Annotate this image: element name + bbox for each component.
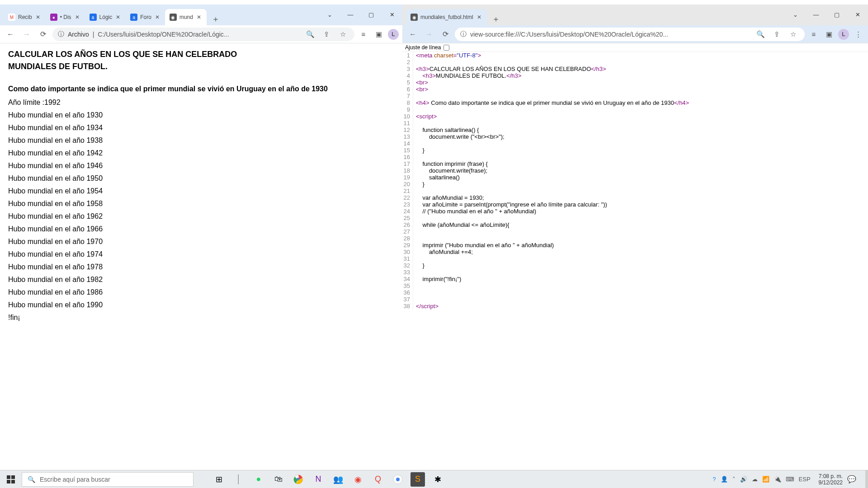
line-code bbox=[413, 59, 416, 66]
line-number: 6 bbox=[402, 86, 413, 93]
tab[interactable]: aLógic✕ bbox=[85, 9, 126, 25]
line-number: 28 bbox=[402, 235, 413, 242]
line-number: 19 bbox=[402, 174, 413, 181]
favicon: a bbox=[90, 14, 97, 21]
line-code: document.write ("<br><br>"); bbox=[413, 133, 505, 140]
tab-label: Lógic bbox=[99, 14, 113, 20]
show-desktop[interactable] bbox=[865, 470, 868, 488]
profile-avatar[interactable]: L bbox=[838, 29, 849, 40]
app-icon-q[interactable]: Q bbox=[371, 472, 385, 487]
search-placeholder: Escribe aquí para buscar bbox=[40, 476, 110, 483]
close-window-button[interactable]: ✕ bbox=[382, 5, 402, 24]
reading-list-icon[interactable]: ≡ bbox=[807, 28, 820, 41]
line-number: 35 bbox=[402, 282, 413, 289]
wifi-icon[interactable]: 📶 bbox=[762, 476, 769, 483]
fin-text: !fin¡ bbox=[8, 314, 394, 322]
close-tab-icon[interactable]: ✕ bbox=[35, 14, 41, 20]
source-line: 22 var añoMundial = 1930; bbox=[402, 194, 868, 201]
menu-icon[interactable]: ⋮ bbox=[852, 28, 864, 41]
address-bar[interactable]: ⓘ Archivo | C:/Users/luisi/Desktop/ONE%2… bbox=[52, 28, 354, 41]
task-view-icon[interactable]: ⊞ bbox=[212, 472, 226, 487]
volume-icon[interactable]: 🔊 bbox=[740, 476, 747, 483]
slack-icon[interactable]: ✱ bbox=[430, 472, 445, 487]
subheading: Como dato importante se indica que el pr… bbox=[8, 85, 394, 93]
forward-button[interactable]: → bbox=[422, 28, 436, 41]
line-code bbox=[413, 93, 416, 99]
search-icon[interactable]: 🔍 bbox=[754, 28, 767, 41]
close-tab-icon[interactable]: ✕ bbox=[74, 14, 80, 20]
meet-now-icon[interactable]: 👤 bbox=[721, 476, 728, 483]
favicon: a bbox=[130, 14, 137, 21]
tab[interactable]: MRecib✕ bbox=[4, 9, 46, 25]
app-icon-red[interactable]: ◉ bbox=[351, 472, 365, 487]
line-number: 10 bbox=[402, 113, 413, 120]
line-number: 26 bbox=[402, 221, 413, 228]
toolbar: ← → ⟳ ⓘ Archivo | C:/Users/luisi/Desktop… bbox=[0, 25, 402, 43]
forward-button[interactable]: → bbox=[20, 28, 33, 41]
reload-button[interactable]: ⟳ bbox=[439, 28, 452, 41]
back-button[interactable]: ← bbox=[406, 28, 420, 41]
new-tab-button[interactable]: ＋ bbox=[209, 13, 222, 25]
onenote-icon[interactable]: N bbox=[311, 472, 326, 487]
tab[interactable]: ●• Dis✕ bbox=[46, 9, 85, 25]
onedrive-icon[interactable]: ☁ bbox=[752, 476, 758, 483]
start-button[interactable] bbox=[0, 470, 22, 488]
line-code bbox=[413, 140, 416, 147]
output-line: Hubo mundial en el año 1978 bbox=[8, 263, 394, 271]
line-number: 16 bbox=[402, 154, 413, 160]
line-wrap-checkbox[interactable] bbox=[443, 45, 449, 51]
notifications-icon[interactable]: 💬 bbox=[847, 475, 865, 483]
line-code bbox=[413, 188, 416, 194]
close-tab-icon[interactable]: ✕ bbox=[115, 14, 121, 20]
tab-active[interactable]: ◉mund✕ bbox=[165, 9, 207, 25]
line-code: añoMundial +=4; bbox=[413, 249, 473, 255]
help-icon[interactable]: ? bbox=[712, 476, 716, 483]
back-button[interactable]: ← bbox=[4, 28, 17, 41]
sublime-icon[interactable]: S bbox=[410, 472, 425, 487]
tab-active[interactable]: ◉ mundiales_futbol.html ✕ bbox=[406, 9, 487, 25]
tab-label: mundiales_futbol.html bbox=[420, 14, 473, 20]
close-tab-icon[interactable]: ✕ bbox=[154, 14, 160, 20]
line-number: 36 bbox=[402, 289, 413, 296]
tab-search-icon[interactable]: ⌄ bbox=[319, 5, 340, 24]
line-number: 31 bbox=[402, 255, 413, 262]
bookmark-icon[interactable]: ☆ bbox=[787, 28, 799, 41]
close-window-button[interactable]: ✕ bbox=[847, 5, 868, 24]
side-panel-icon[interactable]: ▣ bbox=[823, 28, 835, 41]
search-icon: 🔍 bbox=[28, 476, 35, 483]
output-line: Hubo mundial en el año 1942 bbox=[8, 149, 394, 157]
bookmark-icon[interactable]: ☆ bbox=[336, 28, 349, 41]
new-tab-button[interactable]: ＋ bbox=[490, 13, 502, 25]
svg-rect-0 bbox=[7, 475, 10, 479]
close-tab-icon[interactable]: ✕ bbox=[196, 14, 202, 20]
minimize-button[interactable]: — bbox=[806, 5, 826, 24]
maximize-button[interactable]: ▢ bbox=[361, 5, 382, 24]
minimize-button[interactable]: — bbox=[340, 5, 361, 24]
share-icon[interactable]: ⇪ bbox=[320, 28, 333, 41]
share-icon[interactable]: ⇪ bbox=[770, 28, 783, 41]
chrome-active-icon[interactable] bbox=[391, 472, 405, 487]
svg-rect-3 bbox=[11, 480, 15, 483]
taskbar-search[interactable]: 🔍 Escribe aquí para buscar bbox=[22, 472, 193, 487]
maximize-button[interactable]: ▢ bbox=[826, 5, 847, 24]
address-bar[interactable]: ⓘ view-source:file:///C:/Users/luisi/Des… bbox=[455, 28, 805, 41]
keyboard-icon[interactable]: ⌨ bbox=[786, 476, 794, 483]
reload-button[interactable]: ⟳ bbox=[36, 28, 50, 41]
side-panel-icon[interactable]: ▣ bbox=[373, 28, 385, 41]
language-indicator[interactable]: ESP bbox=[799, 476, 811, 483]
tab-search-icon[interactable]: ⌄ bbox=[785, 5, 806, 24]
chrome-icon[interactable] bbox=[291, 472, 306, 487]
battery-icon[interactable]: 🔌 bbox=[774, 476, 781, 483]
tab[interactable]: aForo✕ bbox=[126, 9, 165, 25]
store-icon[interactable]: 🛍 bbox=[271, 472, 286, 487]
chrome-window-left: MRecib✕●• Dis✕aLógic✕aForo✕◉mund✕＋ ⌄ — ▢… bbox=[0, 0, 402, 471]
teams-icon[interactable]: 👥 bbox=[331, 472, 345, 487]
search-icon[interactable]: 🔍 bbox=[304, 28, 316, 41]
whatsapp-icon[interactable]: ● bbox=[251, 472, 266, 487]
reading-list-icon[interactable]: ≡ bbox=[357, 28, 370, 41]
close-tab-icon[interactable]: ✕ bbox=[476, 14, 482, 20]
chevron-up-icon[interactable]: ˄ bbox=[732, 476, 736, 483]
clock[interactable]: 7:08 p. m. 9/12/2022 bbox=[814, 473, 847, 486]
line-number: 12 bbox=[402, 127, 413, 133]
profile-avatar[interactable]: L bbox=[388, 29, 399, 40]
